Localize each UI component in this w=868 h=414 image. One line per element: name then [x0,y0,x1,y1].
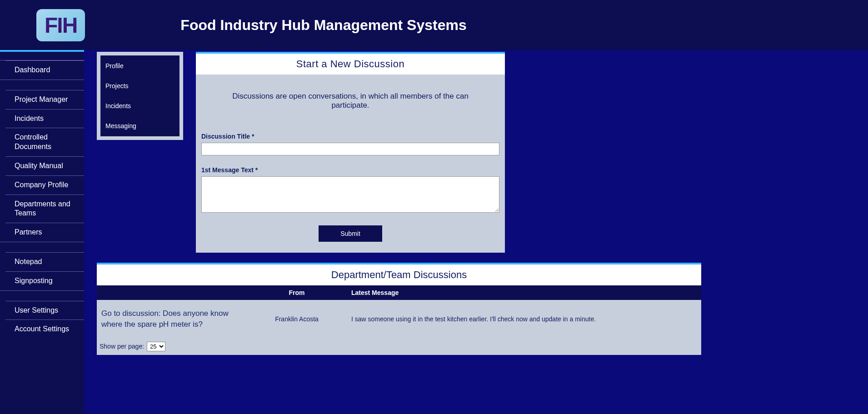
first-message-textarea[interactable] [201,176,499,213]
row-subject[interactable]: Go to discussion: Does anyone know where… [97,308,247,330]
table-header-row: From Latest Message [97,285,701,300]
sidebar-item-quality-manual[interactable]: Quality Manual [0,157,84,175]
sidebar-item-controlled-documents[interactable]: Controlled Documents [0,128,84,156]
sidebar-item-project-manager[interactable]: Project Manager [0,90,84,109]
sidebar-item-departments-teams[interactable]: Departments and Teams [0,195,84,223]
logo-text: FIH [45,13,77,38]
discussions-list-card: Department/Team Discussions From Latest … [97,263,701,355]
col-subject [97,289,247,296]
subnav-item-profile[interactable]: Profile [101,56,179,76]
sidebar-item-account-settings[interactable]: Account Settings [0,320,84,339]
table-row[interactable]: Go to discussion: Does anyone know where… [97,300,701,338]
card-title: Start a New Discussion [196,54,505,75]
first-message-label: 1st Message Text * [201,166,499,174]
col-latest-message: Latest Message [347,289,701,296]
sidebar-item-incidents[interactable]: Incidents [0,110,84,128]
card-description: Discussions are open conversations, in w… [215,92,486,110]
sidebar-item-partners[interactable]: Partners [0,223,84,242]
table-body: Go to discussion: Does anyone know where… [97,300,701,338]
submit-button[interactable]: Submit [319,225,382,242]
sidebar-item-company-profile[interactable]: Company Profile [0,176,84,195]
sidebar-item-user-settings[interactable]: User Settings [0,301,84,320]
subnav-item-messaging[interactable]: Messaging [101,116,179,136]
subnav-item-projects[interactable]: Projects [101,76,179,96]
sidebar-item-notepad[interactable]: Notepad [0,253,84,271]
pager-label: Show per page: [100,343,144,350]
secondary-nav: Profile Projects Incidents Messaging [97,52,183,140]
sidebar: Dashboard Project Manager Incidents Cont… [0,50,84,414]
subnav-item-incidents[interactable]: Incidents [101,96,179,116]
main-content: Profile Projects Incidents Messaging Sta… [84,50,868,414]
discussion-title-label: Discussion Title * [201,133,499,140]
discussions-list-title: Department/Team Discussions [97,264,701,285]
page-title: Food Industry Hub Management Systems [180,17,466,34]
per-page-select[interactable]: 25 [147,342,165,351]
pagination: Show per page: 25 [97,338,701,355]
new-discussion-card: Start a New Discussion Discussions are o… [196,52,505,253]
discussion-title-input[interactable] [201,143,499,155]
row-latest: I saw someone using it in the test kitch… [347,315,701,323]
sidebar-item-signposting[interactable]: Signposting [0,272,84,290]
app-logo: FIH [36,9,85,41]
app-header: FIH Food Industry Hub Management Systems [0,0,868,50]
row-from: Franklin Acosta [247,315,347,323]
sidebar-item-dashboard[interactable]: Dashboard [0,61,84,80]
col-from: From [247,289,347,296]
